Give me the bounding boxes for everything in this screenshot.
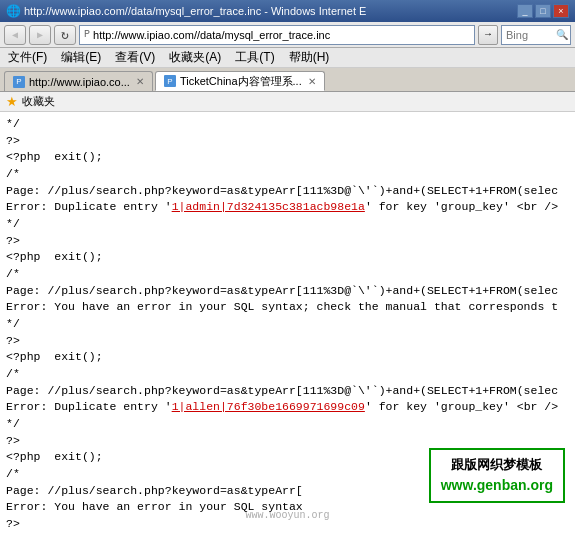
refresh-button[interactable]: ↻ [54,25,76,45]
line-3: /* [6,166,569,183]
menu-file[interactable]: 文件(F) [6,49,49,66]
menu-view[interactable]: 查看(V) [113,49,157,66]
line-12: */ [6,316,569,333]
title-controls: _ □ × [517,4,569,18]
go-button[interactable]: → [478,25,498,45]
line-13: ?> [6,333,569,350]
title-text: http://www.ipiao.com//data/mysql_error_t… [24,5,517,17]
browser-icon: 🌐 [6,4,20,18]
address-bar: P [79,25,475,45]
bottom-watermark: www.wooyun.org [0,509,575,524]
watermark-line2: www.genban.org [441,475,553,495]
tab-favicon-0: P [13,76,25,88]
line-4: Page: //plus/search.php?keyword=as&typeA… [6,183,569,200]
search-icon: 🔍 [556,29,568,41]
menu-bar: 文件(F) 编辑(E) 查看(V) 收藏夹(A) 工具(T) 帮助(H) [0,48,575,68]
line-0: */ [6,116,569,133]
line-11: Error: You have an error in your SQL syn… [6,299,569,316]
title-bar: 🌐 http://www.ipiao.com//data/mysql_error… [0,0,575,22]
tab-1[interactable]: P TicketChina内容管理系... ✕ [155,71,325,91]
star-icon: ★ [6,94,18,109]
forward-button[interactable]: ▶ [29,25,51,45]
minimize-button[interactable]: _ [517,4,533,18]
menu-favorites[interactable]: 收藏夹(A) [167,49,223,66]
line-2: <?php exit(); [6,149,569,166]
tab-label-0: http://www.ipiao.co... [29,76,130,88]
address-bar-area: ◀ ▶ ↻ P → 🔍 [0,22,575,48]
favorites-label: 收藏夹 [22,94,55,109]
group-key-1: group_key [441,200,503,213]
line-17: Error: Duplicate entry '1|allen|76f30be1… [6,399,569,416]
line-14: <?php exit(); [6,349,569,366]
line-18: */ [6,416,569,433]
group-key-2: group_key [441,400,503,413]
line-16: Page: //plus/search.php?keyword=as&typeA… [6,383,569,400]
menu-help[interactable]: 帮助(H) [287,49,332,66]
line-9: /* [6,266,569,283]
back-button[interactable]: ◀ [4,25,26,45]
tab-bar: P http://www.ipiao.co... ✕ P TicketChina… [0,68,575,92]
tab-favicon-1: P [164,75,176,87]
content-area: */ ?> <?php exit(); /* Page: //plus/sear… [0,112,575,533]
error-value-2: 1|allen|76f30be1669971699c09 [172,400,365,413]
line-1: ?> [6,133,569,150]
maximize-button[interactable]: □ [535,4,551,18]
line-7: ?> [6,233,569,250]
search-bar: 🔍 [501,25,571,45]
line-6: */ [6,216,569,233]
tab-0[interactable]: P http://www.ipiao.co... ✕ [4,71,153,91]
error-value-1: 1|admin|7d324135c381acb98e1a [172,200,365,213]
watermark-line1: 跟版网织梦模板 [441,456,553,475]
search-input[interactable] [506,29,556,41]
that-text: that [434,300,462,313]
tab-label-1: TicketChina内容管理系... [180,74,302,89]
address-input[interactable] [93,29,470,41]
line-10: Page: //plus/search.php?keyword=as&typeA… [6,283,569,300]
tab-close-0[interactable]: ✕ [136,76,144,87]
line-15: /* [6,366,569,383]
page-icon: P [84,29,90,40]
menu-edit[interactable]: 编辑(E) [59,49,103,66]
favorites-bar: ★ 收藏夹 [0,92,575,112]
menu-tools[interactable]: 工具(T) [233,49,276,66]
tab-close-1[interactable]: ✕ [308,76,316,87]
line-5: Error: Duplicate entry '1|admin|7d324135… [6,199,569,216]
line-8: <?php exit(); [6,249,569,266]
close-button[interactable]: × [553,4,569,18]
watermark: 跟版网织梦模板 www.genban.org [429,448,565,503]
